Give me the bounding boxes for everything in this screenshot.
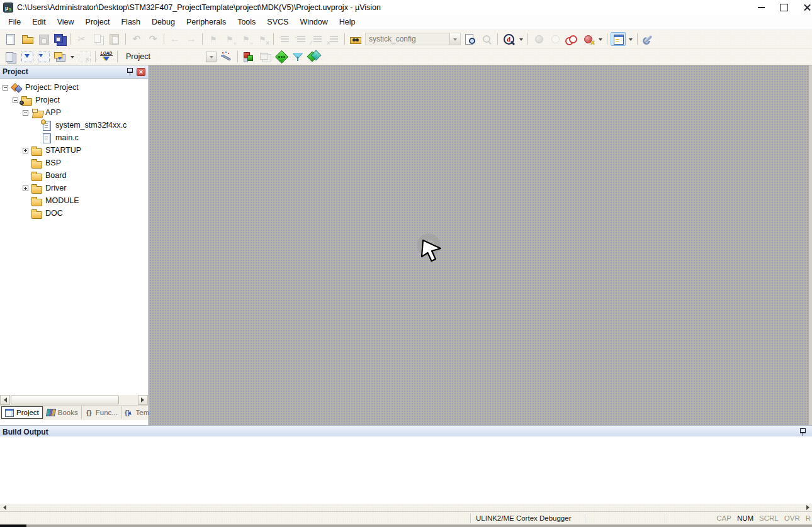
- bookmark-previous-icon[interactable]: [222, 32, 237, 46]
- tree-expander-icon[interactable]: [23, 186, 28, 191]
- tree-item[interactable]: STARTUP: [0, 144, 148, 157]
- bookmark-next-icon[interactable]: [239, 32, 254, 46]
- pack-installer-icon[interactable]: [307, 50, 322, 64]
- copy-icon[interactable]: [91, 32, 106, 46]
- start-stop-debug-session-icon[interactable]: [501, 32, 516, 46]
- separator: [527, 33, 528, 45]
- tree-item[interactable]: Driver: [0, 182, 148, 194]
- tree-item[interactable]: main.c: [0, 131, 148, 144]
- outdent-icon[interactable]: [293, 32, 308, 46]
- rebuild-all-icon[interactable]: [36, 50, 51, 64]
- menu-peripherals[interactable]: Peripherals: [181, 16, 232, 28]
- batch-build-dropdown-icon[interactable]: [69, 50, 76, 64]
- paste-icon[interactable]: [107, 32, 122, 46]
- build-output-hscrollbar[interactable]: [0, 504, 812, 511]
- navigate-forward-icon[interactable]: [184, 32, 199, 46]
- save-icon[interactable]: [36, 32, 51, 46]
- tree-expander-icon[interactable]: [23, 148, 28, 153]
- select-software-packs-icon[interactable]: [290, 50, 305, 64]
- scroll-left-icon[interactable]: [0, 504, 8, 511]
- close-button[interactable]: [798, 0, 812, 14]
- editor-workspace[interactable]: [149, 65, 812, 425]
- tree-expander-icon[interactable]: [13, 97, 18, 103]
- insert-remove-breakpoint-icon[interactable]: [531, 32, 546, 46]
- open-file-icon[interactable]: [20, 32, 35, 46]
- bookmark-toggle-icon[interactable]: [206, 32, 221, 46]
- cut-icon[interactable]: [74, 32, 89, 46]
- save-all-icon[interactable]: [52, 32, 67, 46]
- debug-dropdown-icon[interactable]: [517, 32, 524, 46]
- panel-close-icon[interactable]: [137, 68, 145, 76]
- batch-build-icon[interactable]: [52, 50, 67, 64]
- tree-item[interactable]: Board: [0, 169, 148, 182]
- tree-item[interactable]: APP: [0, 106, 148, 119]
- build-icon[interactable]: [20, 50, 35, 64]
- pin-icon[interactable]: [798, 428, 807, 436]
- kill-all-breakpoints-icon[interactable]: [580, 32, 595, 46]
- manage-project-items-icon[interactable]: [241, 50, 256, 64]
- find-in-files-document-icon[interactable]: [463, 32, 478, 46]
- maximize-button[interactable]: [774, 0, 793, 14]
- menu-debug[interactable]: Debug: [146, 16, 181, 28]
- tree-item[interactable]: system_stm32f4xx.c: [0, 119, 148, 131]
- menu-window[interactable]: Window: [294, 16, 333, 28]
- scroll-left-icon[interactable]: [0, 395, 10, 405]
- redo-icon[interactable]: [145, 32, 161, 46]
- download-to-flash-icon[interactable]: LOAD: [99, 50, 114, 64]
- tab-books[interactable]: Books: [43, 406, 81, 419]
- enable-disable-breakpoint-icon[interactable]: [548, 32, 563, 46]
- find-input[interactable]: [366, 35, 449, 43]
- bookmark-clear-all-icon[interactable]: [255, 32, 270, 46]
- tree-expander-icon[interactable]: [23, 110, 28, 116]
- tree-node-label: DOC: [45, 209, 63, 218]
- navigate-back-icon[interactable]: [167, 32, 183, 46]
- target-select-combobox[interactable]: Project: [122, 50, 217, 64]
- indent-icon[interactable]: [277, 32, 292, 46]
- separator: [637, 33, 638, 45]
- menu-svcs[interactable]: SVCS: [261, 16, 294, 28]
- disable-all-breakpoints-icon[interactable]: [564, 32, 579, 46]
- menu-flash[interactable]: Flash: [115, 16, 146, 28]
- status-divider: [470, 514, 471, 523]
- tab-project[interactable]: Project: [1, 406, 43, 419]
- menu-edit[interactable]: Edit: [26, 16, 52, 28]
- menu-view[interactable]: View: [52, 16, 80, 28]
- incremental-find-icon[interactable]: [479, 32, 494, 46]
- scrollbar-thumb[interactable]: [11, 396, 119, 404]
- tab-functions[interactable]: Func...: [81, 406, 121, 419]
- comment-selection-icon[interactable]: [310, 32, 325, 46]
- tree-item[interactable]: Project: Project: [0, 81, 148, 94]
- pin-icon[interactable]: [125, 67, 134, 76]
- manage-run-time-environment-icon[interactable]: [274, 50, 289, 64]
- target-select-dropdown-icon[interactable]: [206, 52, 217, 62]
- tree-expander-icon[interactable]: [3, 85, 8, 91]
- scroll-right-icon[interactable]: [138, 395, 148, 405]
- menu-help[interactable]: Help: [334, 16, 361, 28]
- menu-project[interactable]: Project: [80, 16, 116, 28]
- translate-file-icon[interactable]: [3, 50, 18, 64]
- configuration-wrench-icon[interactable]: [641, 32, 656, 46]
- menu-file[interactable]: File: [3, 16, 26, 28]
- stop-build-icon[interactable]: [77, 50, 92, 64]
- multi-project-workspace-icon[interactable]: [257, 50, 273, 64]
- menu-tools[interactable]: Tools: [232, 16, 261, 28]
- uncomment-selection-icon[interactable]: [326, 32, 341, 46]
- build-output-content[interactable]: [0, 436, 812, 504]
- project-window-layout-icon[interactable]: [611, 32, 626, 46]
- tree-item[interactable]: DOC: [0, 207, 148, 219]
- tree-item[interactable]: MODULE: [0, 194, 148, 207]
- find-combobox[interactable]: [365, 33, 461, 45]
- new-file-icon[interactable]: [3, 32, 18, 46]
- minimize-button[interactable]: [752, 0, 770, 14]
- separator: [607, 33, 607, 45]
- options-for-target-icon[interactable]: [219, 50, 234, 64]
- project-tree-hscrollbar[interactable]: [0, 395, 148, 405]
- find-dropdown-icon[interactable]: [449, 33, 460, 45]
- scroll-right-icon[interactable]: [804, 504, 812, 511]
- undo-icon[interactable]: [129, 32, 144, 46]
- find-in-files-icon[interactable]: [348, 32, 363, 46]
- breakpoints-dropdown-icon[interactable]: [597, 32, 604, 46]
- tree-item[interactable]: BSP: [0, 157, 148, 169]
- window-layout-dropdown-icon[interactable]: [627, 32, 634, 46]
- tree-item[interactable]: Project: [0, 94, 148, 106]
